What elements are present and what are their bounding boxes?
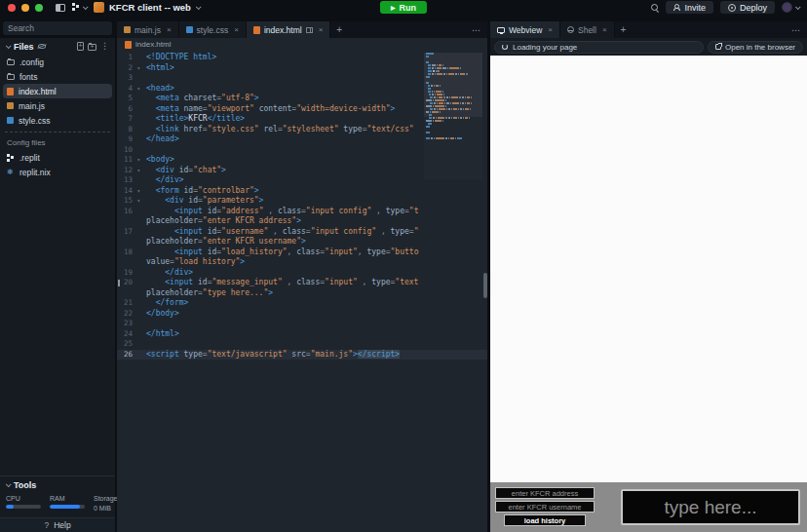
split-pane-icon[interactable] — [306, 27, 313, 33]
deploy-button[interactable]: Deploy — [720, 1, 775, 14]
code-line-wrap[interactable]: placeholder="enter KFCR username"> — [117, 237, 487, 247]
code-line-20[interactable]: 20 <input id="message_input" , class="in… — [117, 278, 487, 288]
line-number — [117, 237, 140, 247]
fold-icon[interactable]: ▾ — [136, 196, 140, 207]
fold-icon[interactable]: ▾ — [136, 63, 140, 74]
preview-message-input[interactable] — [621, 489, 800, 525]
cpu-meter: CPU — [6, 495, 41, 512]
code-line-wrap[interactable]: placeholder="type here..."> — [117, 288, 487, 299]
code-text: <body> — [140, 155, 419, 166]
new-folder-icon[interactable] — [88, 44, 96, 51]
code-line-wrap[interactable]: value="load history"> — [117, 257, 487, 268]
file-item--config[interactable]: .config — [0, 55, 115, 69]
invite-button[interactable]: Invite — [666, 1, 713, 14]
close-icon[interactable]: × — [234, 25, 239, 34]
preview-username-input[interactable] — [495, 501, 595, 513]
help-button[interactable]: ? Help — [0, 517, 115, 532]
fold-icon[interactable]: ▾ — [136, 155, 140, 166]
line-number: 20 — [117, 278, 140, 288]
chevron-down-icon[interactable] — [6, 43, 12, 49]
close-icon[interactable]: × — [548, 25, 553, 34]
code-text: <input id="address" , class="input confi… — [140, 207, 419, 217]
ram-bar-fill — [50, 505, 80, 509]
toggle-sidebar-icon[interactable] — [56, 4, 65, 12]
search-input[interactable] — [3, 21, 112, 35]
repl-title-menu[interactable]: KFCR client -- web — [94, 2, 200, 13]
line-number — [117, 257, 140, 268]
file-item-style-css[interactable]: style.css — [0, 113, 115, 128]
fold-icon[interactable]: ▾ — [136, 84, 140, 95]
code-line-21[interactable]: 21 </form> — [117, 298, 487, 309]
cpu-bar-fill — [6, 505, 14, 509]
preview-address-input[interactable] — [495, 487, 595, 499]
minimize-window-button[interactable] — [21, 4, 29, 12]
tab-overflow-button[interactable]: ⋯ — [466, 21, 487, 38]
code-line-14[interactable]: 14▾ <form id="controlbar"> — [117, 186, 487, 197]
open-in-browser-button[interactable]: Open in the browser — [708, 41, 803, 54]
webview-tab-shell[interactable]: Shell× — [560, 21, 615, 38]
file-item-index-html[interactable]: index.html — [3, 84, 112, 98]
breadcrumb-filename: index.html — [135, 40, 171, 49]
code-line-15[interactable]: 15▾ <div id="parameters"> — [117, 196, 487, 207]
code-line-25[interactable]: 25 — [117, 339, 487, 350]
file-label: fonts — [19, 72, 37, 82]
new-tab-button[interactable]: + — [330, 21, 348, 38]
code-line-19[interactable]: 19 </div> — [117, 268, 487, 279]
close-icon[interactable]: × — [167, 25, 172, 34]
minimap[interactable] — [424, 53, 482, 179]
close-icon[interactable]: × — [319, 25, 324, 34]
help-label: Help — [54, 520, 70, 530]
code-line-18[interactable]: 18 <input id="load_history", class="inpu… — [117, 247, 487, 258]
window-title: KFCR client -- web — [109, 2, 191, 13]
repl-switcher[interactable] — [72, 3, 87, 12]
code-line-17[interactable]: 17 <input id="username" , class="input c… — [117, 227, 487, 238]
tools-header[interactable]: Tools — [0, 476, 115, 492]
code-line-24[interactable]: 24</html> — [117, 329, 487, 340]
toggle-hidden-files-icon[interactable] — [38, 44, 46, 49]
tab-overflow-button[interactable]: ⋯ — [786, 21, 807, 38]
line-number: 13 — [117, 175, 140, 186]
maximize-window-button[interactable] — [35, 4, 43, 12]
line-number: 25 — [117, 339, 140, 350]
editor-tab-style-css[interactable]: style.css× — [179, 21, 247, 38]
code-line-22[interactable]: 22</body> — [117, 309, 487, 320]
close-icon[interactable]: × — [602, 25, 607, 34]
config-files-label: Config files — [0, 136, 115, 150]
fold-icon[interactable]: ▾ — [136, 186, 140, 197]
fold-icon[interactable]: ▾ — [136, 166, 140, 176]
new-tab-button[interactable]: + — [615, 21, 633, 38]
search-icon[interactable] — [651, 4, 659, 12]
preview-load-history-button[interactable]: load history — [504, 514, 586, 526]
file-label: .replit — [19, 153, 40, 163]
line-number: 4▾ — [117, 84, 140, 95]
code-text: value="load history"> — [140, 257, 419, 268]
chevron-down-icon — [83, 4, 89, 10]
file-item-main-js[interactable]: main.js — [0, 98, 115, 113]
line-number: 23 — [117, 319, 140, 329]
webview-tab-webview[interactable]: Webview× — [490, 21, 560, 38]
file-item--replit[interactable]: .replit — [0, 150, 115, 165]
run-button[interactable]: ▶ Run — [380, 1, 427, 14]
close-window-button[interactable] — [8, 4, 16, 12]
line-number: 18 — [117, 247, 140, 258]
breadcrumb[interactable]: index.html — [117, 38, 487, 51]
cpu-bar — [6, 505, 41, 509]
code-text: <html> — [140, 63, 419, 74]
editor-scrollbar[interactable] — [483, 273, 487, 298]
code-line-26[interactable]: 26<script type="text/javascript" src="ma… — [117, 350, 487, 361]
code-line-16[interactable]: 16 <input id="address" , class="input co… — [117, 207, 487, 217]
code-text: <input id="load_history", class="input",… — [140, 247, 419, 258]
code-text: </div> — [140, 175, 419, 186]
ram-label: RAM — [50, 495, 85, 502]
code-line-wrap[interactable]: placeholder="enter KFCR address"> — [117, 216, 487, 227]
editor-tab-main-js[interactable]: main.js× — [117, 21, 179, 38]
account-menu[interactable] — [782, 2, 799, 13]
editor-tab-index-html[interactable]: index.html× — [247, 21, 330, 38]
new-file-icon[interactable] — [77, 42, 84, 51]
code-area[interactable]: 1<!DOCTYPE html>2▾<html>34▾<head>5 <meta… — [117, 51, 487, 532]
file-item-fonts[interactable]: fonts — [0, 69, 115, 84]
nix-icon: ❄ — [7, 169, 15, 176]
code-line-23[interactable]: 23 — [117, 319, 487, 329]
files-menu-icon[interactable]: ⋮ — [100, 42, 109, 51]
file-item-replit-nix[interactable]: ❄replit.nix — [0, 165, 115, 179]
